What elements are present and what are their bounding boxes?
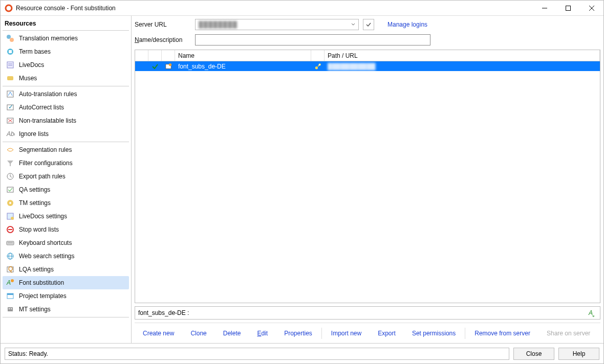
create-new-action[interactable]: Create new [135,330,182,337]
help-button[interactable]: Help [558,348,599,360]
close-dialog-button[interactable]: Close [513,348,554,360]
properties-action[interactable]: Properties [276,330,320,337]
row-path: ███████████ [325,61,600,71]
row-check-cell[interactable] [135,61,148,71]
right-panel: Server URL ████████ Manage logins Name/d… [132,16,603,343]
svg-point-6 [10,38,14,42]
col-type-icon[interactable] [162,50,175,61]
manage-logins-link[interactable]: Manage logins [387,21,427,28]
sidebar-item-label: LiveDocs [19,61,44,69]
filter-input[interactable] [195,34,430,46]
svg-point-37 [11,279,14,282]
sidebar-item-font[interactable]: AFont substitution [3,276,129,289]
import-action[interactable]: Import new [323,330,370,337]
seg-icon [6,145,15,154]
col-location-icon[interactable] [311,50,325,61]
sidebar-item-label: AutoCorrect lists [19,104,64,111]
sidebar-item-flt[interactable]: Filter configurations [3,156,129,170]
sidebar-item-label: Segmentation rules [19,146,72,153]
sidebar-item-label: QA settings [19,186,50,193]
col-path[interactable]: Path / URL [325,50,600,61]
sidebar-item-tm[interactable]: Translation memories [3,32,129,45]
action-bar: Create new Clone Delete Edit Properties … [135,323,600,343]
export-action[interactable]: Export [370,330,404,337]
info-bar: font_subs_de-DE : A [135,306,600,320]
sidebar-item-label: LQA settings [19,266,54,273]
filter-row: Name/description [135,34,600,46]
window-body: Resources Translation memoriesTerm bases… [1,16,603,343]
svg-text:A: A [588,309,593,316]
sidebar-item-tms[interactable]: TM settings [3,196,129,210]
svg-text:Q: Q [8,265,13,272]
col-name[interactable]: Name [175,50,311,61]
sidebar-item-qa[interactable]: QA settings [3,183,129,196]
table-row[interactable]: font_subs_de-DE███████████ [135,61,600,71]
tm-icon [6,34,15,43]
test-connection-button[interactable] [363,19,374,30]
sidebar-item-seg[interactable]: Segmentation rules [3,143,129,156]
sidebar-item-tb[interactable]: Term bases [3,45,129,58]
sidebar-item-muses[interactable]: Muses [3,72,129,85]
ntl-icon [6,116,15,125]
sidebar-item-ld[interactable]: LiveDocs [3,58,129,72]
maximize-button[interactable] [556,1,580,16]
qa-icon [6,185,15,194]
sidebar-item-ws[interactable]: Web search settings [3,249,129,263]
lds-icon [6,212,15,221]
permissions-action[interactable]: Set permissions [404,330,464,337]
sidebar-item-lqa[interactable]: QLQA settings [3,263,129,276]
share-action[interactable]: Share on server [538,330,598,337]
sidebar-item-pt[interactable]: Project templates [3,289,129,303]
row-type-icon [162,61,175,71]
svg-rect-42 [11,308,12,309]
sidebar-item-ntl[interactable]: Non-translatable lists [3,114,129,127]
sidebar-item-label: LiveDocs settings [19,213,67,220]
svg-rect-9 [7,62,13,68]
sidebar-item-kb[interactable]: Keyboard shortcuts [3,236,129,249]
close-button[interactable] [580,1,603,16]
server-url-combo[interactable]: ████████ [195,19,359,30]
remove-action[interactable]: Remove from server [466,330,538,337]
edit-action[interactable]: Edit [249,330,276,337]
row-name: font_subs_de-DE [175,61,311,71]
server-url-row: Server URL ████████ Manage logins [135,19,600,30]
left-panel: Resources Translation memoriesTerm bases… [1,16,132,343]
lqa-icon: Q [6,265,15,274]
delete-action[interactable]: Delete [215,330,249,337]
sidebar-item-ac[interactable]: ✓AutoCorrect lists [3,101,129,114]
sidebar-item-lds[interactable]: LiveDocs settings [3,210,129,223]
font-substitution-icon: A [588,308,597,317]
svg-point-46 [319,63,321,65]
row-status-icon [148,61,162,71]
server-url-label: Server URL [135,21,191,28]
muses-icon [6,74,15,83]
sidebar-item-exp[interactable]: Export path rules [3,170,129,183]
sidebar-item-label: Auto-translation rules [19,90,77,98]
atr-icon [6,89,15,99]
svg-rect-2 [566,6,571,10]
svg-text:A: A [6,279,11,286]
footer: Status: Ready. Close Help [1,343,603,363]
sidebar-item-swl[interactable]: Stop word lists [3,223,129,236]
flt-icon [6,158,15,168]
svg-text:✓: ✓ [8,103,13,110]
sidebar-item-mt[interactable]: MT settings [3,303,129,316]
clone-action[interactable]: Clone [182,330,214,337]
sidebar-item-label: Muses [19,75,37,82]
row-location-icon [311,61,325,71]
check-icon [365,21,372,28]
col-status[interactable] [148,50,162,61]
sidebar-item-atr[interactable]: Auto-translation rules [3,87,129,101]
minimize-button[interactable] [533,1,556,16]
status-box: Status: Ready. [5,348,509,360]
sidebar-item-label: Keyboard shortcuts [19,239,72,246]
svg-rect-41 [9,308,10,309]
app-icon [5,4,13,12]
sidebar-item-label: Ignore lists [19,130,49,138]
col-check[interactable] [135,50,148,61]
ign-icon: Abc [6,129,15,139]
sidebar-item-label: Web search settings [19,253,75,260]
sidebar-item-ign[interactable]: AbcIgnore lists [3,127,129,141]
svg-rect-40 [8,307,13,311]
mt-icon [6,305,15,314]
